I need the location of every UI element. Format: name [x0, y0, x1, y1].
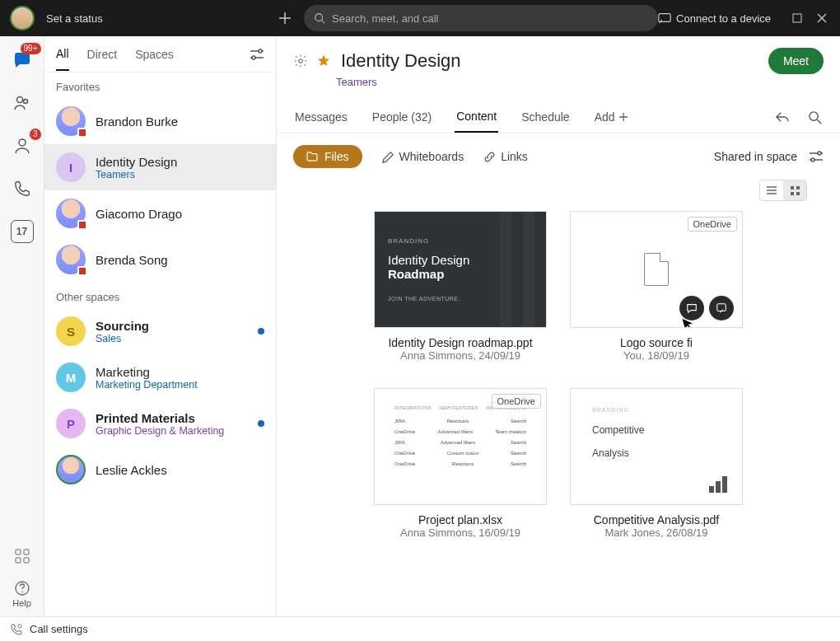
- tab-direct[interactable]: Direct: [87, 39, 118, 70]
- svg-point-3: [16, 97, 22, 103]
- cast-button[interactable]: Connect to a device: [658, 12, 771, 25]
- tab-add[interactable]: Add: [593, 102, 630, 132]
- svg-point-12: [259, 49, 262, 53]
- filter-options[interactable]: [809, 151, 824, 162]
- contacts-badge: 3: [30, 129, 41, 140]
- svg-point-5: [19, 139, 26, 146]
- chart-icon: [709, 476, 727, 493]
- file-card[interactable]: OneDrive INTEGRATIONSNEW FEATURESIMPROVE…: [374, 388, 547, 539]
- rail-calendar[interactable]: 17: [10, 219, 35, 244]
- share-back-button[interactable]: [775, 110, 790, 124]
- list-item[interactable]: Brandon Burke: [44, 98, 276, 144]
- other-spaces-label: Other spaces: [44, 283, 276, 308]
- tab-spaces[interactable]: Spaces: [135, 39, 174, 70]
- meet-button[interactable]: Meet: [768, 48, 824, 74]
- list-icon: [766, 185, 777, 195]
- maximize-button[interactable]: [792, 13, 802, 23]
- rail-apps[interactable]: [10, 544, 35, 568]
- file-name: Identity Design roadmap.ppt: [388, 336, 532, 349]
- team-name[interactable]: Teamers: [336, 76, 824, 88]
- files-filter[interactable]: Files: [293, 145, 362, 168]
- rail-teams[interactable]: [10, 91, 35, 115]
- close-button[interactable]: [817, 13, 827, 23]
- titlebar: Set a status Search, meet, and call Conn…: [0, 0, 840, 36]
- file-thumbnail: OneDrive Update file share: [570, 211, 743, 328]
- space-team: Teamers: [96, 169, 264, 180]
- plus-icon: [618, 112, 628, 122]
- svg-point-14: [299, 59, 303, 63]
- call-settings-button[interactable]: Call settings: [10, 623, 88, 636]
- share-action[interactable]: [709, 296, 734, 320]
- filter-button[interactable]: [250, 49, 264, 60]
- file-meta: Anna Simmons, 16/09/19: [400, 526, 520, 539]
- favorite-button[interactable]: [316, 54, 331, 68]
- status-text[interactable]: Set a status: [46, 12, 103, 25]
- list-item[interactable]: Leslie Ackles: [44, 447, 276, 493]
- help-icon: [14, 580, 30, 597]
- tab-schedule[interactable]: Schedule: [520, 102, 571, 132]
- svg-point-17: [811, 158, 814, 161]
- sliders-icon: [809, 151, 824, 162]
- folder-icon: [306, 152, 318, 161]
- list-item[interactable]: Giacomo Drago: [44, 190, 276, 236]
- svg-point-16: [818, 152, 821, 155]
- contacts-icon: [12, 136, 32, 156]
- list-item[interactable]: P Printed Materials Graphic Design & Mar…: [44, 400, 276, 447]
- search-icon: [808, 110, 822, 124]
- footer: Call settings: [0, 616, 840, 641]
- list-view-button[interactable]: [760, 180, 783, 200]
- whiteboards-filter[interactable]: Whiteboards: [382, 150, 464, 163]
- search-icon: [314, 12, 325, 24]
- tab-people[interactable]: People (32): [371, 102, 433, 132]
- file-thumbnail: OneDrive INTEGRATIONSNEW FEATURESIMPROVE…: [374, 388, 547, 505]
- apps-icon: [14, 548, 30, 564]
- space-name: Printed Materials: [96, 411, 248, 425]
- svg-point-4: [23, 100, 27, 104]
- svg-point-23: [18, 625, 21, 628]
- file-name: Project plan.xlsx: [418, 513, 502, 526]
- list-item[interactable]: Brenda Song: [44, 236, 276, 283]
- tab-content[interactable]: Content: [455, 101, 498, 133]
- settings-button[interactable]: [293, 54, 308, 68]
- rail-calls[interactable]: [10, 176, 35, 201]
- search-input[interactable]: Search, meet, and call: [304, 5, 658, 31]
- rail-help[interactable]: Help: [10, 580, 35, 608]
- app-rail: 99+ 3 17 Help: [0, 36, 44, 616]
- search-in-space-button[interactable]: [808, 110, 822, 124]
- space-team: Marketing Department: [96, 379, 264, 391]
- new-button[interactable]: [273, 6, 297, 30]
- tab-messages[interactable]: Messages: [293, 102, 349, 132]
- tab-all[interactable]: All: [56, 38, 69, 71]
- shared-scope[interactable]: Shared in space: [714, 150, 797, 163]
- links-filter[interactable]: Links: [483, 150, 528, 163]
- avatar: [56, 245, 86, 274]
- avatar: P: [56, 409, 86, 438]
- calendar-icon: 17: [11, 220, 34, 243]
- user-avatar[interactable]: [10, 6, 35, 30]
- list-item[interactable]: I Identity Design Teamers: [44, 144, 276, 190]
- space-team: Graphic Design & Marketing: [96, 425, 248, 437]
- avatar: [56, 106, 86, 136]
- space-name: Identity Design: [96, 155, 264, 169]
- file-name: Logo source fi: [620, 336, 693, 349]
- file-card[interactable]: BRANDING Competitive Analysis Competitiv…: [570, 388, 743, 539]
- grid-view-button[interactable]: [783, 180, 806, 200]
- favorites-label: Favorites: [44, 73, 276, 98]
- phone-icon: [13, 180, 31, 198]
- list-item[interactable]: M Marketing Marketing Department: [44, 354, 276, 400]
- file-card[interactable]: BRANDING Identity Design Roadmap JOIN TH…: [374, 211, 547, 362]
- cast-icon: [658, 12, 671, 24]
- main-panel: Identity Design Meet Teamers Messages Pe…: [277, 36, 840, 616]
- whiteboards-label: Whiteboards: [399, 150, 464, 163]
- svg-rect-1: [659, 14, 670, 22]
- list-item[interactable]: S Sourcing Sales: [44, 308, 276, 354]
- page-title: Identity Design: [341, 50, 461, 72]
- rail-contacts[interactable]: 3: [10, 133, 35, 158]
- file-meta: Anna Simmons, 24/09/19: [400, 349, 520, 362]
- contact-name: Brenda Song: [96, 253, 264, 267]
- file-card[interactable]: OneDrive Update file share Logo source f…: [570, 211, 743, 362]
- files-label: Files: [324, 150, 349, 163]
- rail-chat[interactable]: 99+: [10, 48, 35, 73]
- teams-icon: [12, 93, 32, 113]
- svg-rect-19: [796, 186, 800, 189]
